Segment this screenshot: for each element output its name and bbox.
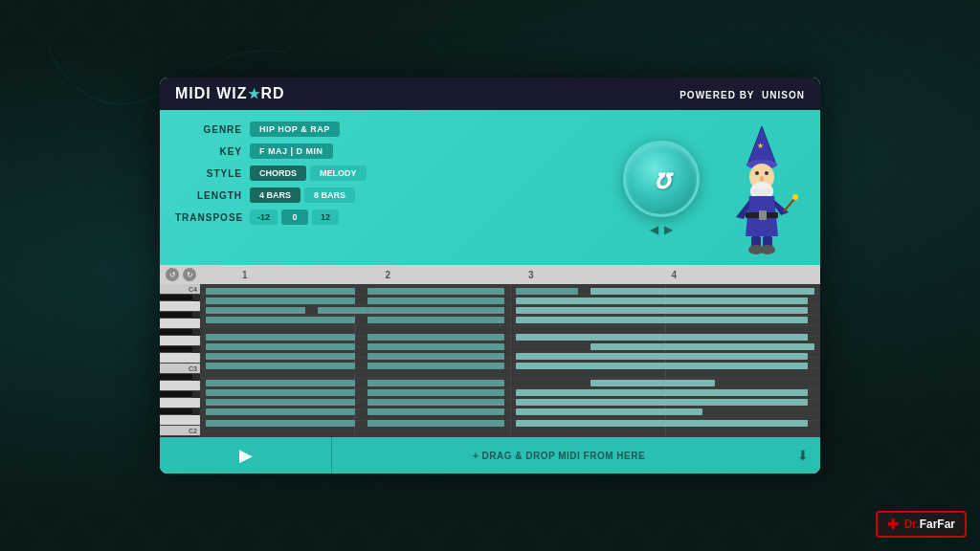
next-arrow[interactable]: ▶ [664, 223, 673, 236]
main-panel: MIDI WIZ★RD POWERED BY UNISON GENRE HIP … [160, 77, 820, 474]
key-button[interactable]: F MAJ | D MIN [250, 143, 333, 159]
roll-controls: ↺ ↻ [166, 268, 196, 281]
melody-button[interactable]: MELODY [310, 165, 367, 181]
8bars-button[interactable]: 8 BARS [304, 187, 355, 203]
transpose-zero-button[interactable]: 0 [281, 209, 308, 225]
key-c2: C2 [160, 426, 200, 436]
note-14 [516, 317, 808, 323]
key-c3: C3 [160, 364, 200, 374]
note-29 [590, 380, 715, 386]
transpose-minus-button[interactable]: -12 [250, 209, 278, 225]
note-11 [516, 307, 808, 314]
svg-point-5 [755, 171, 759, 175]
reset-button[interactable]: ↺ [166, 268, 179, 281]
style-label: STYLE [175, 168, 242, 179]
note-25 [368, 363, 504, 369]
key-bb3 [160, 312, 192, 319]
note-20 [590, 343, 813, 350]
key-bb2 [160, 391, 192, 398]
transpose-buttons: -12 0 12 [250, 209, 339, 225]
note-33 [206, 399, 355, 406]
reload-button[interactable]: ↻ [183, 268, 196, 281]
note-16 [368, 334, 504, 341]
note-24 [206, 363, 355, 369]
key-b2w [160, 381, 200, 391]
piano-roll-grid: C4 C3 C2 [160, 284, 820, 437]
key-ab2 [160, 408, 192, 415]
key-a3 [160, 319, 200, 329]
watermark-cross-icon: ✚ [887, 517, 899, 532]
notes-layer [200, 284, 820, 437]
key-ab3 [160, 329, 192, 336]
watermark: ✚ Dr.FarFar [876, 511, 967, 538]
key-c4: C4 [160, 284, 200, 295]
note-6 [368, 298, 504, 304]
play-area: ▶ [160, 437, 332, 474]
note-41 [516, 420, 808, 427]
watermark-text: Dr.FarFar [904, 518, 955, 531]
svg-point-11 [792, 194, 798, 200]
key-g2 [160, 415, 200, 426]
note-19 [368, 343, 504, 350]
logo-center: ʊ ◀ ▶ [604, 121, 719, 255]
controls-area: GENRE HIP HOP & RAP KEY F MAJ | D MIN ST… [160, 110, 820, 265]
download-button[interactable]: ⬇ [786, 448, 820, 463]
key-g3 [160, 336, 200, 346]
note-13 [368, 317, 504, 323]
svg-text:★: ★ [757, 142, 764, 150]
controls-left: GENRE HIP HOP & RAP KEY F MAJ | D MIN ST… [175, 121, 604, 255]
unison-logo-circle[interactable]: ʊ [623, 141, 700, 217]
note-40 [368, 420, 504, 427]
note-1 [206, 288, 355, 295]
key-b3w [160, 301, 200, 312]
play-button[interactable]: ▶ [239, 447, 253, 464]
genre-row: GENRE HIP HOP & RAP [175, 121, 604, 137]
chords-button[interactable]: CHORDS [250, 165, 306, 181]
note-39 [206, 420, 355, 427]
note-38 [516, 408, 702, 415]
key-b3 [160, 295, 192, 301]
note-32 [516, 389, 808, 396]
note-37 [368, 408, 504, 415]
key-b2 [160, 374, 192, 381]
note-21 [206, 353, 355, 360]
note-18 [206, 343, 355, 350]
svg-point-6 [765, 171, 768, 175]
grid-area [200, 284, 820, 437]
note-3 [516, 288, 578, 295]
transpose-row: TRANSPOSE -12 0 12 [175, 209, 604, 225]
logo-text: MIDI WIZ★RD [175, 85, 285, 102]
note-30 [206, 389, 355, 396]
key-f3 [160, 346, 192, 353]
note-10 [368, 307, 504, 314]
transpose-plus-button[interactable]: 12 [312, 209, 339, 225]
piano-keys: C4 C3 C2 [160, 284, 200, 437]
key-a2 [160, 398, 200, 408]
note-22 [368, 353, 504, 360]
unison-logo-u: ʊ [654, 164, 670, 195]
wizard-character: ★ [726, 121, 798, 255]
note-4 [590, 288, 813, 295]
note-9 [318, 307, 368, 314]
beat-4: 4 [672, 270, 815, 280]
svg-point-7 [760, 176, 764, 182]
svg-rect-9 [759, 210, 767, 220]
bottom-bar: ▶ + DRAG & DROP MIDI FROM HERE ⬇ [160, 437, 820, 474]
note-35 [516, 399, 808, 406]
note-5 [206, 298, 355, 304]
powered-by: POWERED BY UNISON [679, 85, 805, 102]
prev-arrow[interactable]: ◀ [650, 223, 658, 236]
logo-area: MIDI WIZ★RD [175, 85, 285, 102]
piano-roll-header: ↺ ↻ 1 2 3 4 [160, 265, 820, 284]
note-15 [206, 334, 355, 341]
genre-button[interactable]: HIP HOP & RAP [250, 121, 340, 137]
4bars-button[interactable]: 4 BARS [250, 187, 301, 203]
note-34 [368, 399, 504, 406]
beat-3: 3 [528, 270, 672, 280]
style-buttons: CHORDS MELODY [250, 165, 367, 181]
key-f3w [160, 353, 200, 364]
note-28 [368, 380, 504, 386]
beat-1: 1 [242, 270, 386, 280]
beat-markers: 1 2 3 4 [242, 270, 814, 280]
note-17 [516, 334, 808, 341]
